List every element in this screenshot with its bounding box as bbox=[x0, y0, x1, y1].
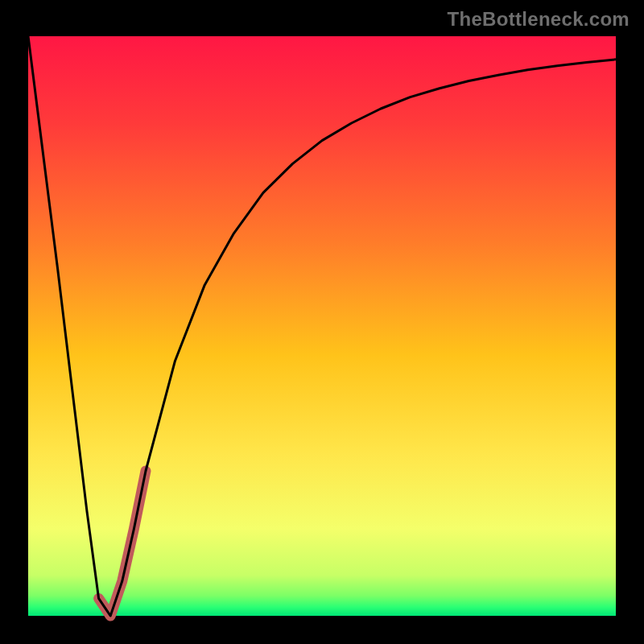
watermark-text: TheBottleneck.com bbox=[448, 8, 630, 31]
chart-frame bbox=[0, 8, 644, 644]
bottleneck-chart bbox=[0, 8, 644, 644]
chart-gradient-bg bbox=[28, 36, 616, 616]
